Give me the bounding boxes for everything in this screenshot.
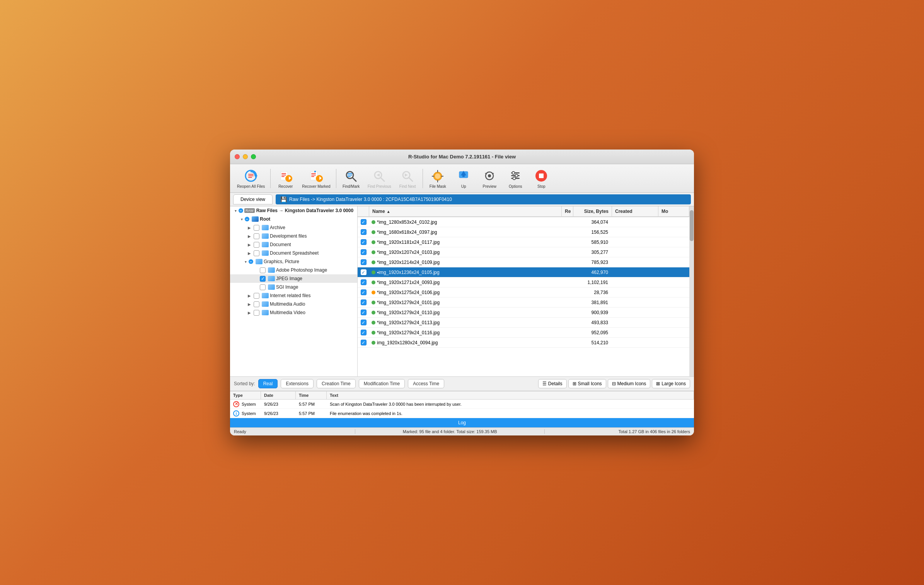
tree-item-archive[interactable]: ▶ Archive xyxy=(230,223,357,232)
expand-doc-spreadsheet[interactable]: ▶ xyxy=(246,250,252,256)
file-row-5[interactable]: ✓ ▪img_1920x1236x24_0105.jpg 462,970 xyxy=(358,267,689,277)
cb-sgi[interactable] xyxy=(260,284,266,290)
cb-internet[interactable] xyxy=(254,293,259,299)
col-header-modified[interactable]: Mo xyxy=(658,206,689,216)
tree-item-root[interactable]: ▾ − Root xyxy=(230,215,357,223)
minimize-button[interactable] xyxy=(243,154,248,159)
file-row-4[interactable]: ✓ *img_1920x1214x24_0109.jpg 785,923 xyxy=(358,257,689,267)
file-check-7[interactable]: ✓ xyxy=(358,289,369,295)
tree-item-internet[interactable]: ▶ Internet related files xyxy=(230,291,357,300)
preview-button[interactable]: Preview xyxy=(477,167,502,190)
file-row-12[interactable]: ✓ img_1920x1280x24_0094.jpg 514,210 xyxy=(358,338,689,348)
file-tree: ▾ − RAW Raw Files → Kingston DataTravele… xyxy=(230,206,358,376)
file-row-7[interactable]: ✓ *img_1920x1275x24_0106.jpg 28,736 xyxy=(358,287,689,298)
file-row-3[interactable]: ✓ *img_1920x1207x24_0103.jpg 305,277 xyxy=(358,247,689,257)
options-button[interactable]: Options xyxy=(503,167,528,190)
expand-graphics[interactable]: ▾ xyxy=(242,258,249,265)
sort-bar: Sorted by: Real Extensions Creation Time… xyxy=(230,376,694,391)
tree-item-doc-spreadsheet[interactable]: ▶ Document Spreadsheet xyxy=(230,249,357,257)
tree-item-document[interactable]: ▶ Document xyxy=(230,240,357,249)
cb-dev-files[interactable] xyxy=(254,233,259,239)
col-header-name[interactable]: Name ▲ xyxy=(369,206,562,216)
file-check-12[interactable]: ✓ xyxy=(358,340,369,345)
tree-item-sgi[interactable]: SGI Image xyxy=(230,283,357,291)
file-row-2[interactable]: ✓ *img_1920x1181x24_0117.jpg 585,910 xyxy=(358,237,689,247)
recover-marked-button[interactable]: Recover Marked xyxy=(299,167,333,190)
cb-adobe[interactable] xyxy=(260,267,266,273)
raw-badge: RAW xyxy=(244,208,255,213)
reopen-all-files-button[interactable]: Reopen All Files xyxy=(234,167,268,190)
file-check-4[interactable]: ✓ xyxy=(358,259,369,265)
expand-multimedia-audio[interactable]: ▶ xyxy=(246,301,252,307)
expand-document[interactable]: ▶ xyxy=(246,241,252,248)
small-icons-view-button[interactable]: ⊞ Small Icons xyxy=(568,379,606,388)
find-next-button[interactable]: Find Next xyxy=(395,167,420,190)
cb-jpeg[interactable]: ✓ xyxy=(260,276,266,282)
medium-icons-view-button[interactable]: ⊟ Medium Icons xyxy=(608,379,651,388)
file-check-11[interactable]: ✓ xyxy=(358,330,369,335)
scrollbar-track[interactable] xyxy=(689,206,694,376)
cb-archive[interactable] xyxy=(254,225,259,231)
file-mask-button[interactable]: File Mask xyxy=(425,167,450,190)
maximize-button[interactable] xyxy=(251,154,256,159)
sort-extensions-button[interactable]: Extensions xyxy=(281,379,314,388)
file-check-1[interactable]: ✓ xyxy=(358,229,369,235)
file-row-6[interactable]: ✓ *img_1920x1271x24_0093.jpg 1,102,191 xyxy=(358,277,689,287)
expand-dev-files[interactable]: ▶ xyxy=(246,233,252,239)
file-row-0[interactable]: ✓ *img_1280x853x24_0102.jpg 364,074 xyxy=(358,217,689,227)
details-view-button[interactable]: ☰ Details xyxy=(538,379,567,388)
close-button[interactable] xyxy=(235,154,240,159)
cb-document[interactable] xyxy=(254,242,259,248)
file-row-1[interactable]: ✓ *img_1680x618x24_0397.jpg 156,525 xyxy=(358,227,689,237)
tree-item-multimedia-audio[interactable]: ▶ Multimedia Audio xyxy=(230,300,357,308)
device-view-tab[interactable]: Device view xyxy=(233,194,273,204)
find-previous-button[interactable]: Find Previous xyxy=(365,167,394,190)
col-header-re[interactable]: Re xyxy=(562,206,573,216)
expand-adobe[interactable] xyxy=(252,267,259,273)
cb-multimedia-audio[interactable] xyxy=(254,301,259,307)
scrollbar-thumb[interactable] xyxy=(690,210,694,241)
expand-internet[interactable]: ▶ xyxy=(246,292,252,299)
tree-item-jpeg[interactable]: ✓ JPEG Image xyxy=(230,274,357,283)
log-toggle-button[interactable]: Log xyxy=(230,418,694,427)
expand-archive[interactable]: ▶ xyxy=(246,224,252,231)
sort-real-button[interactable]: Real xyxy=(258,379,278,388)
svg-rect-2 xyxy=(248,174,254,175)
expand-multimedia-video[interactable]: ▶ xyxy=(246,310,252,316)
find-mark-button[interactable]: Find/Mark xyxy=(339,167,364,190)
up-button[interactable]: Up xyxy=(451,167,476,190)
tree-item-adobe[interactable]: Adobe Photoshop Image xyxy=(230,266,357,274)
file-check-9[interactable]: ✓ xyxy=(358,310,369,315)
cb-multimedia-video[interactable] xyxy=(254,310,259,316)
sort-access-time-button[interactable]: Access Time xyxy=(408,379,444,388)
file-row-8[interactable]: ✓ *img_1920x1279x24_0101.jpg 381,891 xyxy=(358,298,689,308)
expand-root[interactable]: ▾ xyxy=(232,207,239,214)
file-check-5[interactable]: ✓ xyxy=(358,269,369,275)
sort-modification-time-button[interactable]: Modification Time xyxy=(359,379,405,388)
expand-sgi[interactable] xyxy=(252,284,259,290)
recover-button[interactable]: Recover xyxy=(273,167,298,190)
file-check-0[interactable]: ✓ xyxy=(358,219,369,225)
expand-root-folder[interactable]: ▾ xyxy=(239,216,245,222)
sort-creation-time-button[interactable]: Creation Time xyxy=(317,379,356,388)
cb-doc-spreadsheet[interactable] xyxy=(254,250,259,256)
tree-item-graphics[interactable]: ▾ − Graphics, Picture xyxy=(230,257,357,266)
col-header-size[interactable]: Size, Bytes xyxy=(573,206,612,216)
file-check-3[interactable]: ✓ xyxy=(358,249,369,255)
file-row-10[interactable]: ✓ *img_1920x1279x24_0113.jpg 493,833 xyxy=(358,318,689,328)
stop-button[interactable]: Stop xyxy=(529,167,554,190)
tree-item-dev-files[interactable]: ▶ Development files xyxy=(230,232,357,240)
file-check-2[interactable]: ✓ xyxy=(358,239,369,245)
file-row-11[interactable]: ✓ *img_1920x1279x24_0116.jpg 952,095 xyxy=(358,328,689,338)
file-check-10[interactable]: ✓ xyxy=(358,320,369,325)
expand-jpeg[interactable] xyxy=(252,275,259,282)
file-check-6[interactable]: ✓ xyxy=(358,279,369,285)
file-row-9[interactable]: ✓ *img_1920x1279x24_0110.jpg 900,939 xyxy=(358,308,689,318)
col-header-created[interactable]: Created xyxy=(612,206,658,216)
file-check-8[interactable]: ✓ xyxy=(358,299,369,305)
file-list-scroll[interactable]: ✓ *img_1280x853x24_0102.jpg 364,074 ✓ *i… xyxy=(358,217,689,376)
large-icons-view-button[interactable]: ⊠ Large Icons xyxy=(652,379,690,388)
tree-root-item[interactable]: ▾ − RAW Raw Files → Kingston DataTravele… xyxy=(230,206,357,215)
status-dot-9 xyxy=(372,311,375,315)
tree-item-multimedia-video[interactable]: ▶ Multimedia Video xyxy=(230,308,357,317)
